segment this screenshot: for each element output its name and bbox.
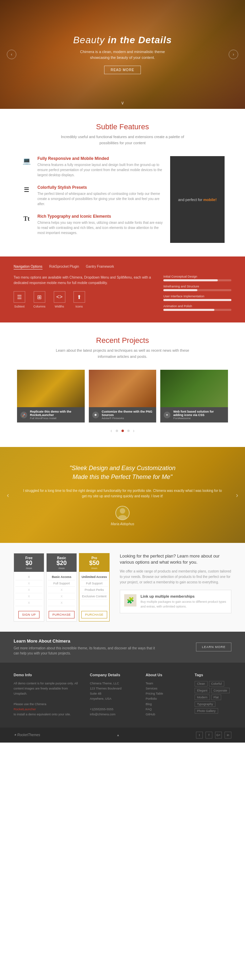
footer-link-pricing[interactable]: Pricing Table bbox=[146, 691, 186, 696]
project-sub-1: Full WordPress Install bbox=[30, 417, 81, 420]
footer-link-blog[interactable]: Blog bbox=[146, 702, 186, 707]
tag-colorful[interactable]: Colorful bbox=[209, 681, 224, 686]
feature-desc-2: The perfect blend of whitespace and spla… bbox=[37, 191, 163, 207]
testimonial-quote: "Sleek Design and Easy CustomizationMade… bbox=[21, 464, 224, 481]
feature-item-2: ☰ Colorfully Stylish Presets The perfect… bbox=[21, 185, 163, 207]
skill-bar-bg-3 bbox=[163, 299, 231, 301]
plan-pro-btn[interactable]: PURCHASE bbox=[81, 611, 107, 619]
dot-1[interactable] bbox=[116, 430, 118, 432]
link-membership-title: Link up multiple memberships bbox=[140, 594, 227, 598]
project-footer-2: ✱ Customize the theme with the PNG Sourc… bbox=[89, 407, 156, 423]
feature-desc-3: Chimera helps you say more with less, ut… bbox=[37, 220, 163, 235]
plan-pro-f4: Exclusive Content bbox=[81, 593, 108, 600]
project-title-2: Customize the theme with the PNG Sources bbox=[102, 410, 153, 417]
plan-free-f1: X bbox=[15, 574, 43, 580]
tag-modern[interactable]: Modern bbox=[195, 695, 210, 700]
social-linkedin[interactable]: in bbox=[224, 732, 231, 738]
social-facebook[interactable]: f bbox=[205, 732, 212, 738]
laptop-icon: 💻 bbox=[21, 156, 33, 165]
plan-pro-f1: Unlimited Access bbox=[81, 574, 108, 580]
footer-link-team[interactable]: Team bbox=[146, 681, 186, 686]
mobile-badge-panel: and perfect for mobile! bbox=[170, 156, 224, 243]
columns-icon: ⊞ bbox=[34, 291, 45, 303]
rocketlauncher-link[interactable]: RocketLauncher bbox=[14, 707, 82, 712]
footer-col-company: Company Details Chimera Theme, LLC 123 T… bbox=[90, 673, 137, 718]
tag-clean[interactable]: Clean bbox=[195, 681, 208, 686]
link-membership-desc: Buy multiple packages to gain access to … bbox=[140, 600, 227, 609]
skill-bar-bg-1 bbox=[163, 279, 231, 281]
project-info-2: Customize the theme with the PNG Sources… bbox=[102, 410, 153, 420]
tag-flat[interactable]: Flat bbox=[211, 695, 221, 700]
bottom-logo: ✦ RocketThemes bbox=[14, 733, 40, 737]
carousel-next[interactable]: › bbox=[133, 428, 135, 433]
social-googleplus[interactable]: G+ bbox=[215, 732, 222, 738]
testimonial-text: I struggled for a long time to find the … bbox=[21, 488, 224, 499]
plan-pro-features: Unlimited Access Full Support Product Pe… bbox=[79, 572, 109, 608]
tab-gantry[interactable]: Gantry Framework bbox=[86, 265, 114, 269]
nav-options-section: Navigation Options RokSprocket Plugin Ga… bbox=[0, 256, 245, 323]
skill-4: Animation and Polish bbox=[163, 304, 231, 311]
footer-link-services[interactable]: Services bbox=[146, 686, 186, 691]
pricing-section: Free $0 /mon X X X X X SIGN UP Basic $20… bbox=[0, 543, 245, 632]
tag-corporate[interactable]: Corporate bbox=[211, 688, 230, 693]
nav-icon-subtext: ☰ Subtext bbox=[14, 291, 25, 308]
feature-text-2: Colorfully Stylish Presets The perfect b… bbox=[37, 185, 163, 207]
plan-pro-period: /mon bbox=[81, 567, 107, 570]
tab-navigation-options[interactable]: Navigation Options bbox=[14, 265, 43, 269]
plan-pro-header: Pro $50 /mon bbox=[79, 554, 109, 572]
skill-label-4: Animation and Polish bbox=[163, 304, 231, 308]
feature-desc-1: Chimera features a fully responsive layo… bbox=[37, 162, 163, 178]
hero-read-more-button[interactable]: READ MORE bbox=[104, 66, 141, 74]
footer-grid: Demo Info All demo content is for sample… bbox=[14, 673, 231, 718]
testimonial-prev-button[interactable]: ‹ bbox=[7, 491, 9, 499]
plan-pro-f5 bbox=[81, 600, 108, 606]
svg-point-1 bbox=[118, 515, 127, 519]
skill-label-3: User Interface Implementation bbox=[163, 294, 231, 298]
plan-free-btn[interactable]: SIGN UP bbox=[18, 611, 40, 619]
features-desc: Incredibly useful and functional feature… bbox=[21, 134, 224, 146]
plan-pro-f3: Product Perks bbox=[81, 587, 108, 593]
skill-bar-fill-3 bbox=[163, 299, 231, 301]
project-sub-2: Adobe® Fireworks bbox=[102, 417, 153, 420]
hero-prev-button[interactable]: ‹ bbox=[7, 50, 16, 59]
skill-label-2: Wireframing and Structure bbox=[163, 285, 231, 288]
social-twitter[interactable]: t bbox=[196, 732, 203, 738]
plan-basic-btn[interactable]: PURCHASE bbox=[49, 611, 75, 619]
feature-text-1: Fully Responsive and Mobile Minded Chime… bbox=[37, 156, 163, 178]
nav-icon-columns: ⊞ Columns bbox=[33, 291, 46, 308]
mobile-highlight: mobile! bbox=[203, 197, 216, 202]
footer-col-company-title: Company Details bbox=[90, 673, 137, 677]
footer-col-demo-info: Demo Info All demo content is for sample… bbox=[14, 673, 82, 718]
learn-more-button[interactable]: LEARN MORE bbox=[196, 643, 231, 651]
carousel-prev[interactable]: ‹ bbox=[111, 428, 112, 433]
footer-link-faq[interactable]: FAQ bbox=[146, 707, 186, 712]
footer-link-portfolio[interactable]: Portfolio bbox=[146, 696, 186, 702]
project-card-3[interactable]: ✦ Web font based solution for adding ico… bbox=[160, 370, 228, 423]
testimonial-next-button[interactable]: › bbox=[236, 491, 238, 499]
skill-3: User Interface Implementation bbox=[163, 294, 231, 301]
pricing-plans: Free $0 /mon X X X X X SIGN UP Basic $20… bbox=[14, 553, 110, 622]
pricing-info: Looking for the perfect plan? Learn more… bbox=[116, 553, 231, 622]
features-title: Subtle Features bbox=[21, 123, 224, 131]
dot-3[interactable] bbox=[127, 430, 130, 432]
projects-desc: Learn about the latest projects and tech… bbox=[17, 348, 228, 360]
tag-photo-gallery[interactable]: Photo Gallery bbox=[195, 708, 218, 714]
hero-next-button[interactable]: › bbox=[229, 50, 238, 59]
tag-elegant[interactable]: Elegant bbox=[195, 688, 210, 693]
plan-free-price: $0 bbox=[16, 560, 42, 567]
nav-icon-widths: <> Widths bbox=[54, 291, 65, 308]
plan-basic-period: /mon bbox=[49, 567, 75, 570]
tag-typography[interactable]: Typography bbox=[195, 702, 215, 707]
dot-2[interactable] bbox=[121, 430, 124, 432]
footer-link-github[interactable]: GitHub bbox=[146, 712, 186, 717]
footer-company-details: Chimera Theme, LLC 123 Themes Boulevard … bbox=[90, 681, 137, 718]
project-card-2[interactable]: ✱ Customize the theme with the PNG Sourc… bbox=[89, 370, 156, 423]
project-info-3: Web font based solution for adding icons… bbox=[173, 410, 224, 420]
tab-roksprocket[interactable]: RokSprocket Plugin bbox=[49, 265, 79, 269]
nav-options-left: Two menu options are available with Chim… bbox=[14, 275, 153, 314]
nav-options-tabs: Navigation Options RokSprocket Plugin Ga… bbox=[14, 265, 231, 269]
footer: Demo Info All demo content is for sample… bbox=[0, 663, 245, 728]
scroll-top-button[interactable]: ▲ bbox=[117, 733, 120, 737]
hero-content: Beauty in the Details Chimera is a clean… bbox=[73, 35, 172, 74]
project-card-1[interactable]: 🚀 Replicate this demo with the RocketLau… bbox=[17, 370, 85, 423]
